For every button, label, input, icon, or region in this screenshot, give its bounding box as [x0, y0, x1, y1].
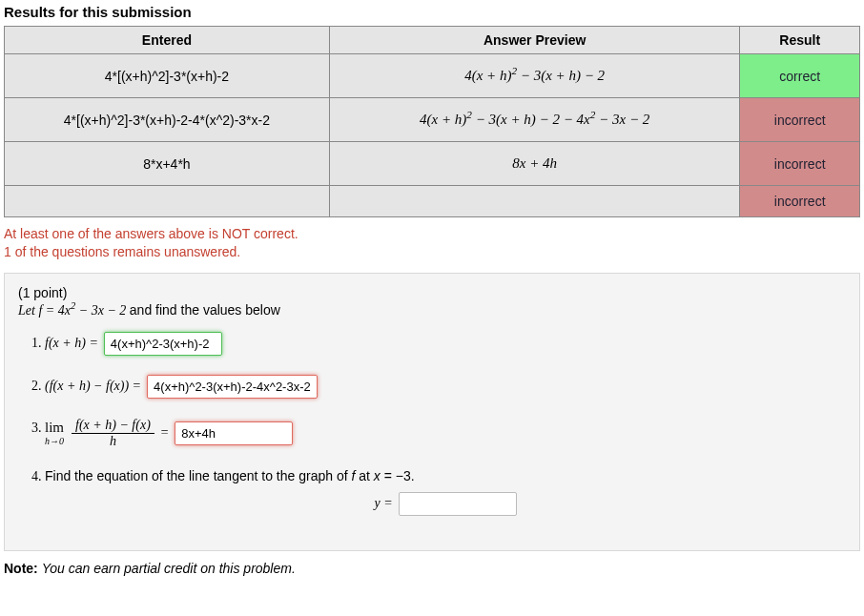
results-title: Results for this submission [4, 4, 860, 20]
entered-cell: 4*[(x+h)^2]-3*(x+h)-2 [5, 54, 330, 98]
error-messages: At least one of the answers above is NOT… [4, 225, 860, 261]
q2-lhs: (f(x + h) − f(x)) = [45, 379, 141, 394]
preview-cell: 4(x + h)2 − 3(x + h) − 2 [329, 54, 740, 98]
problem-box: (1 point) Let f = 4x2 − 3x − 2 and find … [4, 273, 860, 551]
q3-answer-input[interactable]: 8x+4h [175, 421, 293, 445]
limit-symbol: lim h→0 [45, 420, 64, 446]
q4-lhs: y = [374, 496, 392, 511]
error-line-2: 1 of the questions remains unanswered. [4, 243, 860, 261]
preview-cell [329, 186, 740, 217]
q2-answer-input[interactable]: 4(x+h)^2-3(x+h)-2-4x^2-3x-2 [147, 375, 318, 399]
result-cell: incorrect [740, 142, 860, 186]
q4-text: Find the equation of the line tangent to… [45, 468, 415, 483]
question-3: lim h→0 f(x + h) − f(x) h = 8x+4h [45, 418, 846, 449]
q3-fraction: f(x + h) − f(x) h [72, 418, 154, 449]
col-header-entered: Entered [5, 27, 330, 54]
results-table: Entered Answer Preview Result 4*[(x+h)^2… [4, 26, 860, 217]
result-cell: incorrect [740, 98, 860, 142]
table-row: 4*[(x+h)^2]-3*(x+h)-24(x + h)2 − 3(x + h… [5, 54, 860, 98]
problem-statement: Let f = 4x2 − 3x − 2 and find the values… [18, 302, 846, 318]
entered-cell [5, 186, 330, 217]
preview-cell: 4(x + h)2 − 3(x + h) − 2 − 4x2 − 3x − 2 [329, 98, 740, 142]
question-2: (f(x + h) − f(x)) = 4(x+h)^2-3(x+h)-2-4x… [45, 375, 846, 399]
question-1: f(x + h) = 4(x+h)^2-3(x+h)-2 [45, 332, 846, 356]
table-row: incorrect [5, 186, 860, 217]
result-cell: correct [740, 54, 860, 98]
points-label: (1 point) [18, 285, 846, 300]
q1-lhs: f(x + h) = [45, 336, 98, 351]
error-line-1: At least one of the answers above is NOT… [4, 225, 860, 243]
q1-answer-input[interactable]: 4(x+h)^2-3(x+h)-2 [104, 332, 222, 356]
table-row: 8*x+4*h8x + 4hincorrect [5, 142, 860, 186]
note-line: Note: You can earn partial credit on thi… [4, 561, 860, 576]
col-header-preview: Answer Preview [329, 27, 740, 54]
entered-cell: 4*[(x+h)^2]-3*(x+h)-2-4*(x^2)-3*x-2 [5, 98, 330, 142]
question-4: Find the equation of the line tangent to… [45, 468, 846, 516]
q4-answer-input[interactable] [399, 492, 517, 516]
result-cell: incorrect [740, 186, 860, 217]
col-header-result: Result [740, 27, 860, 54]
entered-cell: 8*x+4*h [5, 142, 330, 186]
table-row: 4*[(x+h)^2]-3*(x+h)-2-4*(x^2)-3*x-24(x +… [5, 98, 860, 142]
preview-cell: 8x + 4h [329, 142, 740, 186]
